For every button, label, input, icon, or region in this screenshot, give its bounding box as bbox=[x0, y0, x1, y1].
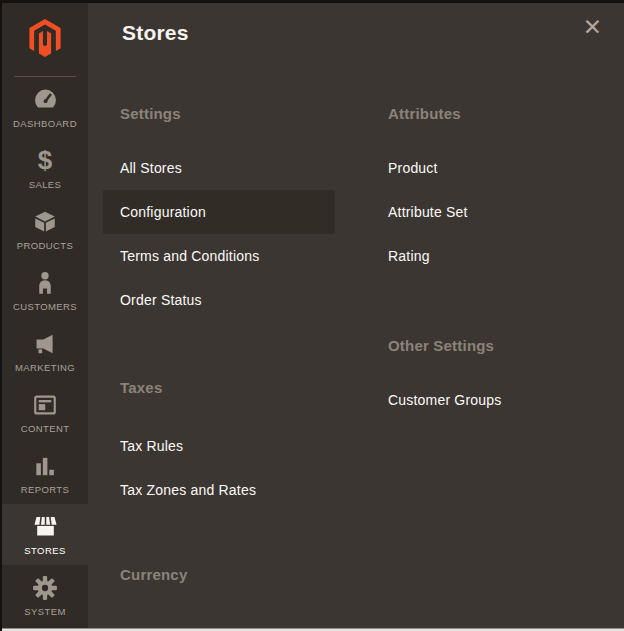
sidebar-item-stores[interactable]: STORES bbox=[2, 504, 88, 565]
section-title-attributes: Attributes bbox=[388, 105, 461, 122]
menu-item-terms-and-conditions[interactable]: Terms and Conditions bbox=[103, 234, 335, 278]
menu-item-tax-rules[interactable]: Tax Rules bbox=[103, 424, 335, 468]
sidebar-item-content[interactable]: CONTENT bbox=[2, 382, 88, 443]
sidebar-item-label: CUSTOMERS bbox=[13, 301, 77, 312]
menu-item-order-status[interactable]: Order Status bbox=[103, 278, 335, 322]
sidebar-item-label: CONTENT bbox=[21, 423, 70, 434]
menu-item-customer-groups[interactable]: Customer Groups bbox=[371, 378, 603, 422]
sidebar-item-label: SALES bbox=[29, 179, 62, 190]
menu-item-rating[interactable]: Rating bbox=[371, 234, 603, 278]
menu-item-configuration[interactable]: Configuration bbox=[103, 190, 335, 234]
menu-item-all-stores[interactable]: All Stores bbox=[103, 146, 335, 190]
system-icon bbox=[32, 574, 59, 601]
sidebar-item-label: MARKETING bbox=[15, 362, 75, 373]
menu-item-attribute-set[interactable]: Attribute Set bbox=[371, 190, 603, 234]
sales-icon: $ bbox=[32, 147, 59, 174]
magento-logo[interactable] bbox=[2, 3, 88, 77]
stores-icon bbox=[32, 513, 59, 540]
sidebar-item-sales[interactable]: $ SALES bbox=[2, 138, 88, 199]
sidebar-item-label: PRODUCTS bbox=[17, 240, 74, 251]
section-title-taxes: Taxes bbox=[120, 379, 162, 396]
sidebar-item-label: REPORTS bbox=[21, 484, 70, 495]
sidebar-item-system[interactable]: SYSTEM bbox=[2, 565, 88, 626]
section-title-currency: Currency bbox=[120, 566, 187, 583]
menu-item-product[interactable]: Product bbox=[371, 146, 603, 190]
content-icon bbox=[32, 391, 59, 418]
sidebar-item-reports[interactable]: REPORTS bbox=[2, 443, 88, 504]
magento-logo-icon bbox=[28, 18, 62, 62]
sidebar-item-label: STORES bbox=[24, 545, 65, 556]
marketing-icon bbox=[32, 330, 59, 357]
sidebar-item-marketing[interactable]: MARKETING bbox=[2, 321, 88, 382]
flyout-column-settings: Settings All Stores Configuration Terms … bbox=[103, 3, 335, 628]
reports-icon bbox=[32, 452, 59, 479]
sidebar-menu: DASHBOARD $ SALES PRODUCTS bbox=[2, 3, 88, 628]
sidebar-item-label: DASHBOARD bbox=[13, 118, 77, 129]
section-title-settings: Settings bbox=[120, 105, 181, 122]
section-title-other-settings: Other Settings bbox=[388, 337, 494, 354]
sidebar-item-label: SYSTEM bbox=[24, 606, 65, 617]
sidebar-item-dashboard[interactable]: DASHBOARD bbox=[2, 77, 88, 138]
magento-admin-window: DASHBOARD $ SALES PRODUCTS bbox=[0, 0, 624, 631]
dashboard-icon bbox=[32, 86, 59, 113]
menu-item-tax-zones-and-rates[interactable]: Tax Zones and Rates bbox=[103, 468, 335, 512]
sidebar-item-customers[interactable]: CUSTOMERS bbox=[2, 260, 88, 321]
sidebar-item-products[interactable]: PRODUCTS bbox=[2, 199, 88, 260]
flyout-column-attributes: Attributes Product Attribute Set Rating … bbox=[371, 3, 603, 628]
menu-item-currency-rates[interactable]: Currency Rates bbox=[103, 611, 335, 628]
stores-flyout-panel: Stores ✕ Settings All Stores Configurati… bbox=[88, 3, 624, 628]
products-icon bbox=[32, 208, 59, 235]
customers-icon bbox=[32, 269, 59, 296]
